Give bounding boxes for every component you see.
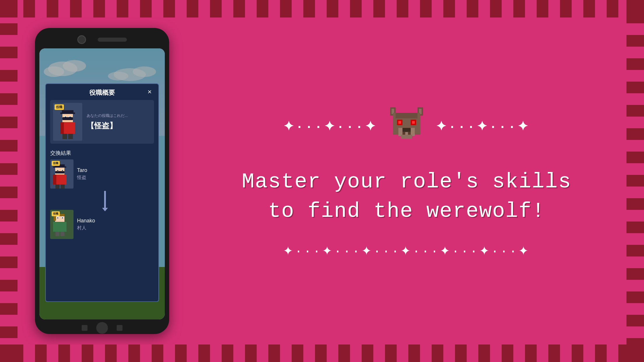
player2-row: 役職 — [50, 210, 154, 239]
top-decoration-row: ✦···✦···✦ — [283, 103, 530, 150]
player1-role: 怪盗 — [77, 175, 87, 181]
border-right — [626, 0, 644, 362]
corner-br — [626, 345, 644, 362]
exchange-section: 交換結果 役職 — [46, 148, 158, 243]
role-avatar: 役職 — [53, 103, 82, 141]
player2-character-art — [50, 213, 71, 239]
corner-tl — [0, 0, 18, 17]
player1-avatar: 役職 — [50, 159, 74, 189]
phone-nav-btn-2 — [117, 325, 123, 331]
player1-name: Taro — [77, 167, 87, 173]
svg-rect-51 — [401, 135, 412, 139]
player2-avatar: 役職 — [50, 210, 74, 239]
phone-camera-icon — [77, 35, 86, 44]
game-main-text: Master your role's skills to find the we… — [242, 167, 571, 226]
player2-name: Hanako — [77, 218, 95, 224]
modal-close-button[interactable]: × — [145, 87, 154, 96]
arrow-down-icon — [104, 191, 106, 208]
corner-tr — [626, 0, 644, 17]
wolf-icon — [383, 103, 430, 150]
player1-badge: 役職 — [52, 161, 60, 166]
player2-info: Hanako 村人 — [77, 218, 95, 231]
player1-character-art — [50, 163, 71, 189]
svg-rect-19 — [53, 166, 66, 168]
player2-badge: 役職 — [52, 211, 60, 216]
modal-header: 役職概要 × — [46, 84, 158, 100]
svg-rect-17 — [68, 134, 73, 139]
thief-character-art — [56, 107, 79, 139]
role-card: 役職 — [50, 100, 154, 144]
svg-rect-54 — [408, 132, 411, 135]
svg-rect-23 — [57, 170, 58, 171]
svg-rect-34 — [62, 217, 63, 218]
werewolf-pixel-art — [385, 105, 428, 148]
role-label-box: あなたの役職はこれだ... 【怪盗】 — [87, 113, 151, 131]
game-text-line2: to find the werewolf! — [242, 197, 571, 226]
phone-screen: 役職概要 × 役職 — [39, 48, 165, 319]
pixel-decoration-left: ✦···✦···✦ — [283, 119, 377, 134]
svg-rect-45 — [396, 113, 418, 118]
role-badge: 役職 — [55, 104, 64, 110]
border-bottom — [0, 345, 644, 362]
svg-rect-28 — [55, 184, 60, 189]
svg-rect-24 — [62, 170, 63, 171]
phone-speaker — [98, 38, 127, 42]
svg-rect-13 — [62, 117, 73, 120]
svg-rect-16 — [62, 134, 67, 139]
game-text-line1: Master your role's skills — [242, 167, 571, 197]
svg-rect-38 — [55, 232, 60, 236]
right-section: ✦···✦···✦ — [187, 17, 626, 345]
arrow-connector — [56, 191, 154, 208]
pixel-decoration-right: ✦···✦···✦ — [436, 119, 530, 134]
svg-rect-53 — [402, 132, 405, 135]
svg-rect-25 — [55, 171, 64, 173]
svg-rect-48 — [398, 121, 401, 124]
player1-info: Taro 怪盗 — [77, 167, 87, 181]
role-name-text: 【怪盗】 — [87, 121, 151, 131]
modal-title: 役職概要 — [89, 89, 115, 96]
border-left — [0, 0, 18, 362]
corner-bl — [0, 345, 18, 362]
svg-rect-37 — [53, 222, 66, 232]
svg-rect-15 — [60, 122, 64, 134]
role-desc-text: あなたの役職はこれだ... — [87, 113, 151, 118]
svg-rect-52 — [402, 128, 411, 132]
svg-rect-39 — [60, 232, 64, 236]
border-top — [0, 0, 644, 17]
player2-role: 村人 — [77, 225, 95, 231]
main-content: 役職概要 × 役職 — [18, 17, 626, 345]
svg-rect-33 — [57, 217, 58, 218]
svg-rect-27 — [53, 175, 56, 184]
exchange-title: 交換結果 — [50, 150, 154, 157]
svg-rect-7 — [60, 113, 75, 114]
svg-rect-29 — [61, 184, 65, 189]
phone-mockup: 役職概要 × 役職 — [35, 28, 169, 334]
phone-top-bar — [39, 32, 165, 48]
bottom-deco-text: ✦···✦···✦···✦···✦···✦···✦ — [283, 245, 531, 259]
player1-row: 役職 — [50, 159, 154, 189]
phone-home-btn — [96, 322, 108, 334]
phone-nav-btn — [82, 325, 88, 331]
phone-bottom-bar — [39, 319, 165, 334]
svg-rect-6 — [62, 110, 74, 113]
modal-box: 役職概要 × 役職 — [45, 83, 159, 302]
svg-rect-49 — [412, 121, 415, 124]
bottom-decoration: ✦···✦···✦···✦···✦···✦···✦ — [283, 244, 531, 259]
phone-section: 役職概要 × 役職 — [18, 17, 187, 345]
